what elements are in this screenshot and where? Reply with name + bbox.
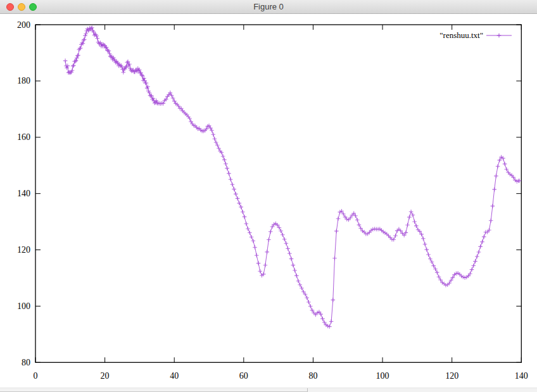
x-tick-label: 20	[101, 371, 110, 381]
gnuplot-window: Figure 0 0204060801001201408010012014016…	[0, 0, 537, 392]
plot-frame	[35, 25, 521, 362]
legend-label: "renshuu.txt"	[439, 30, 483, 40]
y-tick-label: 200	[17, 20, 30, 30]
series-markers	[63, 26, 522, 329]
y-tick-label: 140	[17, 189, 30, 198]
x-tick-label: 120	[445, 371, 458, 381]
x-tick-label: 60	[239, 371, 248, 381]
y-tick-label: 80	[22, 358, 30, 367]
x-tick-label: 140	[515, 371, 528, 381]
y-tick-label: 160	[17, 132, 30, 142]
y-tick-label: 120	[17, 245, 30, 255]
x-tick-label: 0	[34, 371, 38, 381]
x-tick-label: 40	[170, 371, 179, 381]
title-bar: Figure 0	[0, 0, 537, 14]
y-tick-label: 180	[17, 76, 30, 85]
y-tick-label: 100	[17, 301, 30, 311]
status-bar-divider	[307, 388, 308, 392]
status-bar	[0, 388, 537, 392]
plot-svg: 02040608010012014080100120140160180200"r…	[0, 14, 537, 388]
x-tick-label: 80	[308, 371, 317, 381]
legend-plus-marker	[497, 34, 502, 38]
window-title: Figure 0	[0, 0, 537, 14]
plot-canvas: 02040608010012014080100120140160180200"r…	[0, 14, 537, 388]
x-tick-label: 100	[376, 371, 389, 381]
